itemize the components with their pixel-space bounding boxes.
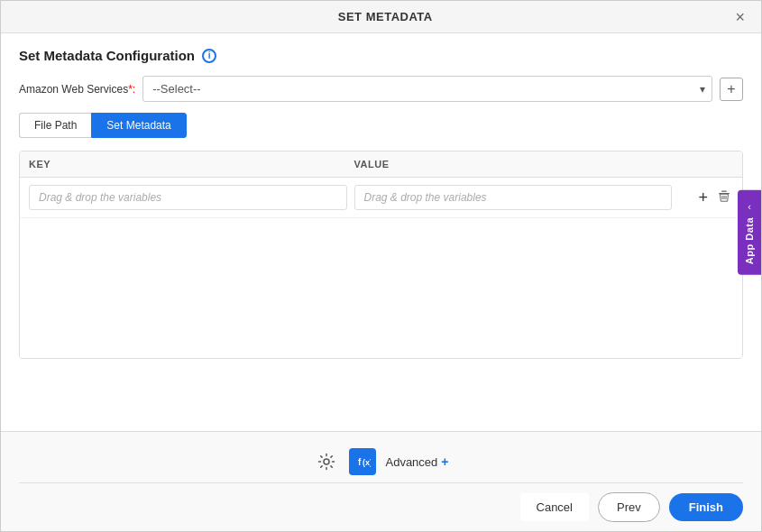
col-header-key: KEY <box>29 159 354 170</box>
app-data-tab[interactable]: ‹ App Data <box>738 189 761 274</box>
formula-icon[interactable]: f (x) <box>349 448 376 475</box>
action-row: Cancel Prev Finish <box>19 483 743 522</box>
svg-text:(x): (x) <box>363 458 371 467</box>
delete-row-button[interactable] <box>715 188 733 208</box>
aws-field-row: Amazon Web Services*: --Select-- ▾ + <box>19 76 743 102</box>
table-row: Drag & drop the variables Drag & drop th… <box>20 178 742 218</box>
section-title-text: Set Metadata Configuration <box>19 48 195 63</box>
advanced-label[interactable]: Advanced + <box>385 454 448 469</box>
app-data-chevron-icon: ‹ <box>748 200 751 211</box>
add-row-button[interactable]: + <box>696 188 710 207</box>
close-button[interactable]: × <box>733 9 747 25</box>
finish-button[interactable]: Finish <box>669 493 743 521</box>
tab-row: File Path Set Metadata <box>19 113 743 138</box>
svg-rect-1 <box>721 190 727 191</box>
tab-set-metadata[interactable]: Set Metadata <box>91 113 186 138</box>
row-actions: + <box>679 188 733 208</box>
advanced-row: f (x) Advanced + <box>19 441 743 483</box>
aws-select[interactable]: --Select-- <box>142 76 712 102</box>
table-header: KEY VALUE <box>20 151 742 178</box>
advanced-plus-icon: + <box>441 454 448 469</box>
prev-button[interactable]: Prev <box>598 492 660 522</box>
metadata-table: KEY VALUE Drag & drop the variables Drag… <box>19 151 743 359</box>
svg-point-5 <box>324 459 329 464</box>
modal-title: SET METADATA <box>37 10 733 23</box>
cancel-button[interactable]: Cancel <box>520 493 589 521</box>
add-aws-button[interactable]: + <box>720 78 743 101</box>
key-input[interactable]: Drag & drop the variables <box>29 185 347 210</box>
app-data-panel: ‹ App Data <box>738 189 761 274</box>
tab-file-path[interactable]: File Path <box>19 113 91 138</box>
modal-header: SET METADATA × <box>1 1 761 33</box>
col-header-value: VALUE <box>354 159 680 170</box>
modal-footer: f (x) Advanced + Cancel Prev Finish <box>1 431 761 531</box>
section-title: Set Metadata Configuration i <box>19 48 743 63</box>
value-input[interactable]: Drag & drop the variables <box>354 185 673 210</box>
aws-label: Amazon Web Services*: <box>19 83 135 96</box>
info-icon[interactable]: i <box>202 49 216 63</box>
app-data-label: App Data <box>744 216 755 263</box>
modal: SET METADATA × Set Metadata Configuratio… <box>0 0 762 532</box>
table-body: Drag & drop the variables Drag & drop th… <box>20 178 742 358</box>
aws-select-wrapper: --Select-- ▾ <box>142 76 712 102</box>
gear-icon[interactable] <box>313 448 340 475</box>
modal-body: Set Metadata Configuration i Amazon Web … <box>1 33 761 431</box>
